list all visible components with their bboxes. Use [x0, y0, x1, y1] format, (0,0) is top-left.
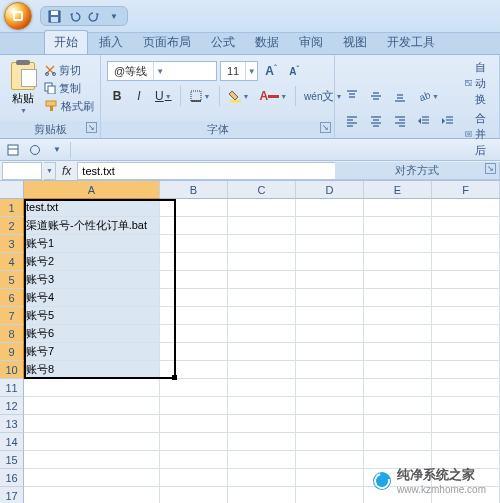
cell[interactable]	[364, 397, 432, 415]
cell[interactable]	[160, 487, 228, 503]
cell[interactable]	[296, 253, 364, 271]
column-header[interactable]: B	[160, 181, 228, 199]
cell[interactable]	[24, 397, 160, 415]
cell[interactable]	[296, 379, 364, 397]
cell[interactable]	[24, 433, 160, 451]
grow-font-button[interactable]: Aˆ	[261, 61, 281, 81]
shrink-font-button[interactable]: Aˇ	[284, 61, 304, 81]
copy-button[interactable]: 复制	[44, 80, 94, 96]
cell[interactable]	[432, 379, 500, 397]
font-name-combo[interactable]: @等线 ▼	[107, 61, 217, 81]
tab-home[interactable]: 开始	[44, 30, 88, 54]
cell[interactable]	[432, 343, 500, 361]
tab-page-layout[interactable]: 页面布局	[134, 31, 200, 54]
column-header[interactable]: E	[364, 181, 432, 199]
undo-icon[interactable]	[67, 9, 81, 23]
cell[interactable]: 账号1	[24, 235, 160, 253]
cell[interactable]	[296, 433, 364, 451]
tab-insert[interactable]: 插入	[90, 31, 132, 54]
row-header[interactable]: 16	[0, 469, 24, 487]
row-header[interactable]: 3	[0, 235, 24, 253]
toolbar-button[interactable]	[26, 141, 44, 159]
cell[interactable]	[432, 199, 500, 217]
increase-indent-button[interactable]	[437, 111, 459, 131]
merge-center-button[interactable]: 合并后	[465, 110, 493, 158]
tab-review[interactable]: 审阅	[290, 31, 332, 54]
cell[interactable]	[228, 199, 296, 217]
cell[interactable]	[364, 415, 432, 433]
column-header[interactable]: D	[296, 181, 364, 199]
cell[interactable]	[160, 397, 228, 415]
cell[interactable]	[364, 343, 432, 361]
row-header[interactable]: 17	[0, 487, 24, 503]
cell[interactable]	[432, 397, 500, 415]
cell[interactable]	[228, 235, 296, 253]
cell[interactable]	[296, 271, 364, 289]
cell[interactable]	[432, 433, 500, 451]
cell[interactable]	[160, 433, 228, 451]
column-header[interactable]: C	[228, 181, 296, 199]
cell[interactable]	[228, 253, 296, 271]
cell[interactable]	[364, 379, 432, 397]
chevron-down-icon[interactable]: ▼	[48, 141, 66, 159]
select-all-corner[interactable]	[0, 181, 24, 199]
tab-view[interactable]: 视图	[334, 31, 376, 54]
row-header[interactable]: 7	[0, 307, 24, 325]
row-header[interactable]: 13	[0, 415, 24, 433]
cell[interactable]	[160, 307, 228, 325]
cell[interactable]: 渠道账号-个性化订单.bat	[24, 217, 160, 235]
toolbar-button[interactable]	[75, 141, 93, 159]
cell[interactable]	[296, 343, 364, 361]
cell[interactable]	[432, 253, 500, 271]
dialog-launcher-icon[interactable]: ↘	[320, 122, 331, 133]
cell[interactable]: 账号8	[24, 361, 160, 379]
cell[interactable]	[160, 415, 228, 433]
cell[interactable]	[228, 325, 296, 343]
cell[interactable]	[296, 451, 364, 469]
qat-customize-icon[interactable]: ▼	[107, 9, 121, 23]
cell[interactable]	[24, 469, 160, 487]
column-header[interactable]: A	[24, 181, 160, 199]
cell[interactable]	[432, 289, 500, 307]
row-header[interactable]: 2	[0, 217, 24, 235]
cell[interactable]	[364, 307, 432, 325]
row-header[interactable]: 9	[0, 343, 24, 361]
cell[interactable]	[364, 433, 432, 451]
cell[interactable]	[160, 469, 228, 487]
dialog-launcher-icon[interactable]: ↘	[86, 122, 97, 133]
cell[interactable]	[296, 487, 364, 503]
cell[interactable]	[228, 379, 296, 397]
align-left-button[interactable]	[341, 111, 363, 131]
cell[interactable]	[160, 199, 228, 217]
cell[interactable]	[432, 271, 500, 289]
cell[interactable]	[228, 217, 296, 235]
cell[interactable]	[160, 271, 228, 289]
cell[interactable]	[160, 289, 228, 307]
cell[interactable]: test.txt	[24, 199, 160, 217]
align-bottom-button[interactable]	[389, 86, 411, 106]
border-button[interactable]: ▼	[185, 86, 215, 106]
cell[interactable]	[160, 253, 228, 271]
cell[interactable]: 账号7	[24, 343, 160, 361]
tab-developer[interactable]: 开发工具	[378, 31, 444, 54]
dialog-launcher-icon[interactable]: ↘	[485, 163, 496, 174]
cell[interactable]: 账号4	[24, 289, 160, 307]
spreadsheet-grid[interactable]: A B C D E F 1234567891011121314151617 te…	[0, 181, 500, 503]
font-color-button[interactable]: A▼	[255, 86, 291, 106]
cut-button[interactable]: 剪切	[44, 62, 94, 78]
row-header[interactable]: 1	[0, 199, 24, 217]
cell[interactable]	[160, 343, 228, 361]
cell[interactable]	[296, 415, 364, 433]
row-header[interactable]: 4	[0, 253, 24, 271]
row-header[interactable]: 5	[0, 271, 24, 289]
chevron-down-icon[interactable]: ▼	[245, 62, 257, 80]
cell[interactable]	[364, 235, 432, 253]
cell[interactable]	[24, 379, 160, 397]
cell[interactable]	[24, 415, 160, 433]
italic-button[interactable]: I	[129, 86, 149, 106]
cell[interactable]	[432, 307, 500, 325]
cell[interactable]	[24, 451, 160, 469]
row-header[interactable]: 14	[0, 433, 24, 451]
cell[interactable]	[296, 469, 364, 487]
cell[interactable]	[296, 325, 364, 343]
